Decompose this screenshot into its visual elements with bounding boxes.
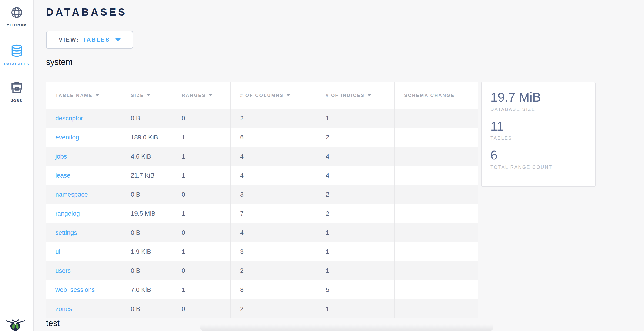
view-dropdown[interactable]: VIEW: TABLES: [46, 31, 133, 48]
table-row: rangelog 19.5 MiB 1 7 2: [46, 204, 478, 223]
indices-cell: 1: [316, 261, 395, 280]
stat-label: DATABASE SIZE: [490, 107, 588, 112]
schema-change-cell: [395, 147, 478, 166]
column-header-size[interactable]: SIZE: [122, 82, 172, 109]
table-row: namespace 0 B 0 3 2: [46, 185, 478, 204]
sort-arrow-icon: [96, 94, 99, 96]
sidebar-item-jobs[interactable]: JOBS: [0, 81, 33, 102]
schema-change-cell: [395, 185, 478, 204]
column-header-label: SCHEMA CHANGE: [404, 93, 454, 98]
sidebar-item-cluster[interactable]: CLUSTER: [0, 6, 33, 27]
table-name-link[interactable]: descriptor: [55, 115, 83, 122]
ranges-cell: 0: [172, 109, 231, 128]
sidebar-item-databases[interactable]: DATABASES: [0, 44, 33, 66]
indices-cell: 1: [316, 109, 395, 128]
column-header-num-indices[interactable]: # OF INDICES: [316, 82, 395, 109]
column-header-ranges[interactable]: RANGES: [172, 82, 231, 109]
ranges-cell: 0: [172, 185, 231, 204]
section-title-system: system: [46, 57, 72, 67]
size-cell: 19.5 MiB: [122, 204, 172, 223]
table-name-link[interactable]: ui: [55, 248, 60, 256]
column-header-table-name[interactable]: TABLE NAME: [46, 82, 122, 109]
sort-arrow-icon: [209, 94, 212, 96]
table-header-row: TABLE NAME SIZE RANGES # OF COLUMNS # OF…: [46, 82, 478, 109]
size-cell: 0 B: [122, 185, 172, 204]
view-dropdown-label: VIEW:: [59, 36, 79, 43]
columns-cell: 2: [231, 109, 316, 128]
sort-arrow-icon: [287, 94, 290, 96]
column-header-label: SIZE: [131, 93, 144, 98]
sidebar: CLUSTER DATABASES JOBS: [0, 0, 34, 331]
stat-database-size: 19.7 MiB DATABASE SIZE: [490, 90, 588, 112]
database-icon: [11, 44, 23, 57]
ranges-cell: 1: [172, 166, 231, 185]
table-row: ui 1.9 KiB 1 3 1: [46, 242, 478, 261]
table-name-link[interactable]: namespace: [55, 191, 88, 198]
ranges-cell: 1: [172, 128, 231, 147]
ranges-cell: 1: [172, 204, 231, 223]
table-row: jobs 4.6 KiB 1 4 4: [46, 147, 478, 166]
size-cell: 0 B: [122, 261, 172, 280]
ranges-cell: 1: [172, 242, 231, 261]
ranges-cell: 0: [172, 261, 231, 280]
schema-change-cell: [395, 128, 478, 147]
table-row: zones 0 B 0 2 1: [46, 299, 478, 319]
indices-cell: 1: [316, 299, 395, 319]
size-cell: 0 B: [122, 109, 172, 128]
cockroachdb-logo: [5, 319, 26, 331]
columns-cell: 2: [231, 261, 316, 280]
page-title: DATABASES: [46, 6, 127, 18]
table-row: settings 0 B 0 4 1: [46, 223, 478, 242]
indices-cell: 2: [316, 128, 395, 147]
column-header-label: # OF COLUMNS: [240, 93, 284, 98]
table-name-link[interactable]: settings: [55, 229, 77, 236]
column-header-label: TABLE NAME: [55, 93, 92, 98]
column-header-label: RANGES: [182, 93, 206, 98]
columns-cell: 7: [231, 204, 316, 223]
table-name-link[interactable]: lease: [55, 172, 70, 179]
ranges-cell: 1: [172, 147, 231, 166]
table-row: eventlog 189.0 KiB 1 6 2: [46, 128, 478, 147]
stat-value: 19.7 MiB: [490, 90, 588, 105]
size-cell: 4.6 KiB: [122, 147, 172, 166]
stat-total-range-count: 6 TOTAL RANGE COUNT: [490, 148, 588, 170]
size-cell: 0 B: [122, 299, 172, 319]
schema-change-cell: [395, 166, 478, 185]
columns-cell: 4: [231, 223, 316, 242]
schema-change-cell: [395, 109, 478, 128]
column-header-num-columns[interactable]: # OF COLUMNS: [231, 82, 316, 109]
sort-arrow-icon: [147, 94, 150, 96]
sidebar-item-label: JOBS: [11, 99, 22, 102]
system-tables-table: TABLE NAME SIZE RANGES # OF COLUMNS # OF…: [46, 82, 478, 319]
size-cell: 1.9 KiB: [122, 242, 172, 261]
indices-cell: 4: [316, 147, 395, 166]
table-name-link[interactable]: users: [55, 267, 71, 275]
indices-cell: 2: [316, 204, 395, 223]
table-name-link[interactable]: web_sessions: [55, 286, 95, 294]
schema-change-cell: [395, 261, 478, 280]
indices-cell: 2: [316, 185, 395, 204]
indices-cell: 1: [316, 242, 395, 261]
columns-cell: 3: [231, 185, 316, 204]
table-row: lease 21.7 KiB 1 4 4: [46, 166, 478, 185]
section-title-test: test: [46, 319, 60, 328]
stat-tables: 11 TABLES: [490, 119, 588, 141]
schema-change-cell: [395, 223, 478, 242]
bottom-edge-shadow: [200, 325, 493, 331]
size-cell: 0 B: [122, 223, 172, 242]
ranges-cell: 0: [172, 299, 231, 319]
table-name-link[interactable]: eventlog: [55, 134, 79, 141]
stat-value: 11: [490, 119, 588, 134]
stat-label: TABLES: [490, 135, 588, 141]
table-name-link[interactable]: jobs: [55, 153, 67, 160]
table-name-link[interactable]: rangelog: [55, 210, 80, 217]
sidebar-item-label: DATABASES: [4, 62, 29, 66]
table-row: users 0 B 0 2 1: [46, 261, 478, 280]
table-name-link[interactable]: zones: [55, 306, 72, 313]
indices-cell: 4: [316, 166, 395, 185]
size-cell: 189.0 KiB: [122, 128, 172, 147]
indices-cell: 5: [316, 280, 395, 299]
sidebar-item-label: CLUSTER: [7, 23, 26, 27]
briefcase-icon: [10, 81, 23, 94]
globe-icon: [11, 6, 23, 18]
